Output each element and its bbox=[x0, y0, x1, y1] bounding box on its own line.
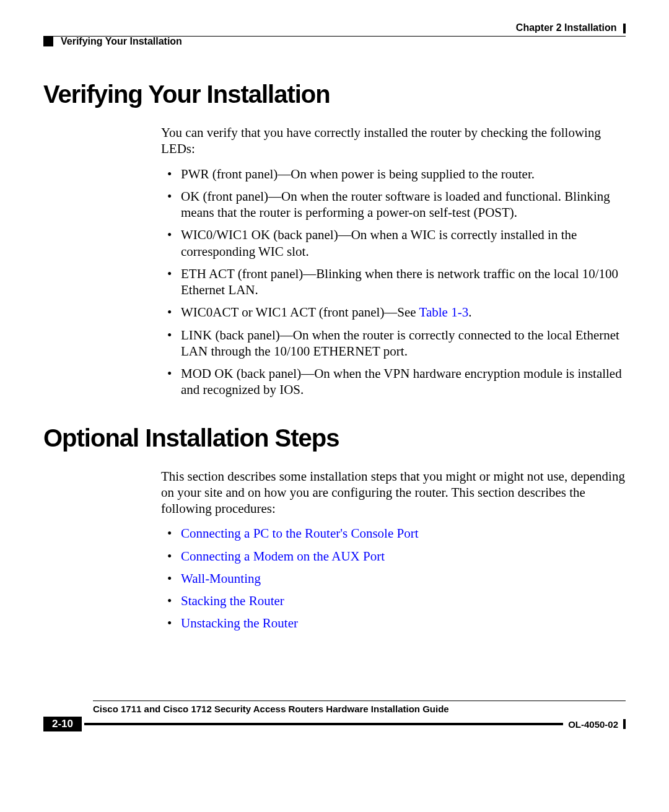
heading-verifying: Verifying Your Installation bbox=[43, 81, 626, 108]
footer-bottom-bar: 2-10 OL-4050-02 bbox=[43, 717, 626, 731]
section2: Optional Installation Steps This section… bbox=[43, 424, 626, 632]
list-item: Unstacking the Router bbox=[161, 615, 626, 631]
list-item: Connecting a PC to the Router's Console … bbox=[161, 525, 626, 541]
header-chapter: Chapter 2 Installation bbox=[43, 22, 626, 33]
list-item: OK (front panel)—On when the router soft… bbox=[161, 188, 626, 221]
section2-intro: This section describes some installation… bbox=[161, 468, 626, 517]
page-content: Verifying Your Installation You can veri… bbox=[43, 81, 626, 638]
list-item: Connecting a Modem on the AUX Port bbox=[161, 548, 626, 564]
section2-body: This section describes some installation… bbox=[161, 468, 626, 632]
table-link[interactable]: Table 1-3 bbox=[419, 305, 469, 320]
page-footer: Cisco 1711 and Cisco 1712 Security Acces… bbox=[43, 701, 626, 731]
item-text: WIC0ACT or WIC1 ACT (front panel)—See bbox=[181, 305, 419, 320]
led-list: PWR (front panel)—On when power is being… bbox=[161, 166, 626, 398]
list-item: WIC0ACT or WIC1 ACT (front panel)—See Ta… bbox=[161, 304, 626, 320]
procedure-link[interactable]: Connecting a PC to the Router's Console … bbox=[181, 526, 419, 541]
list-item: LINK (back panel)—On when the router is … bbox=[161, 327, 626, 360]
procedure-list: Connecting a PC to the Router's Console … bbox=[161, 525, 626, 631]
procedure-link[interactable]: Stacking the Router bbox=[181, 593, 284, 608]
header-bar-icon bbox=[623, 24, 626, 33]
footer-rule bbox=[93, 701, 626, 701]
page-header: Chapter 2 Installation Verifying Your In… bbox=[0, 22, 669, 47]
header-square-icon bbox=[43, 37, 53, 46]
section1-intro: You can verify that you have correctly i… bbox=[161, 124, 626, 157]
procedure-link[interactable]: Unstacking the Router bbox=[181, 616, 298, 631]
header-section: Verifying Your Installation bbox=[43, 36, 626, 47]
item-text: . bbox=[468, 305, 471, 320]
list-item: WIC0/WIC1 OK (back panel)—On when a WIC … bbox=[161, 227, 626, 260]
section-label: Verifying Your Installation bbox=[61, 36, 182, 47]
footer-guide-title: Cisco 1711 and Cisco 1712 Security Acces… bbox=[93, 704, 626, 714]
chapter-label: Chapter 2 Installation bbox=[516, 22, 617, 33]
list-item: ETH ACT (front panel)—Blinking when ther… bbox=[161, 266, 626, 299]
footer-bar-icon bbox=[623, 719, 626, 729]
section1-body: You can verify that you have correctly i… bbox=[161, 124, 626, 398]
list-item: MOD OK (back panel)—On when the VPN hard… bbox=[161, 365, 626, 398]
page-number: 2-10 bbox=[43, 717, 82, 731]
heading-optional: Optional Installation Steps bbox=[43, 424, 626, 452]
list-item: Stacking the Router bbox=[161, 593, 626, 609]
list-item: PWR (front panel)—On when power is being… bbox=[161, 166, 626, 182]
procedure-link[interactable]: Wall-Mounting bbox=[181, 571, 261, 586]
list-item: Wall-Mounting bbox=[161, 570, 626, 587]
footer-bar-icon bbox=[84, 723, 563, 725]
footer-doc-id: OL-4050-02 bbox=[568, 719, 618, 730]
procedure-link[interactable]: Connecting a Modem on the AUX Port bbox=[181, 549, 385, 564]
